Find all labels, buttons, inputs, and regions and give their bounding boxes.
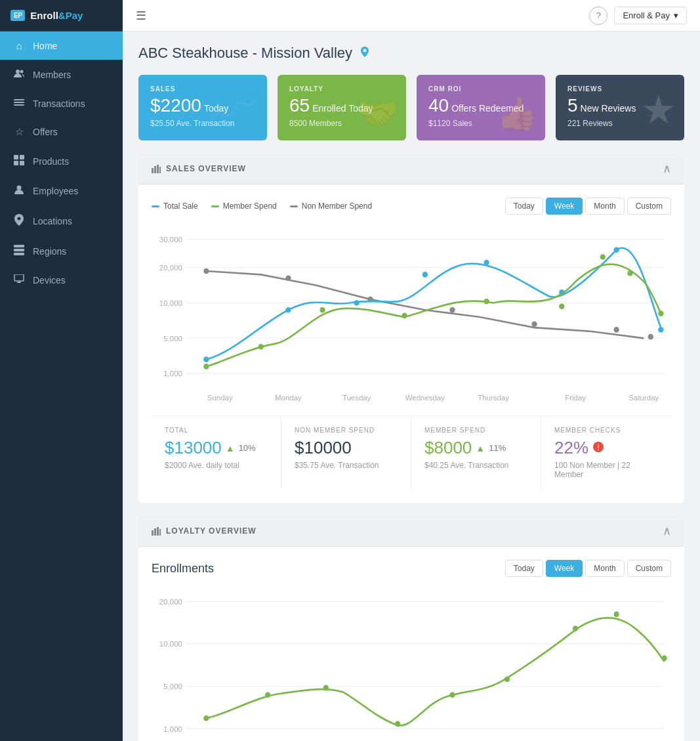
svg-text:Saturday: Saturday (628, 393, 659, 402)
svg-point-55 (484, 299, 489, 305)
legend-member-spend-label: Member Spend (223, 201, 277, 211)
summary-member-checks-label: MEMBER CHECKS (554, 427, 658, 434)
svg-text:Tuesday: Tuesday (342, 393, 371, 402)
summary-member-checks-sub: 100 Non Member | 22 Member (554, 461, 658, 479)
sidebar-item-devices[interactable]: Devices (0, 266, 123, 294)
summary-total-value: $13000 ▲ 10% (165, 438, 268, 458)
members-icon (13, 68, 25, 81)
loyalty-overview-section: LOYALTY OVERVIEW ∧ Enrollments Today Wee… (138, 516, 684, 741)
svg-point-49 (613, 247, 619, 253)
enrollments-title: Enrollments (152, 562, 214, 576)
sales-period-week[interactable]: Week (546, 198, 583, 215)
loyalty-overview-title: LOYALTY OVERVIEW (166, 526, 257, 536)
summary-total: TOTAL $13000 ▲ 10% $2000 Ave. daily tota… (152, 416, 281, 490)
svg-point-85 (449, 692, 455, 698)
sales-chart-legend: Total Sale Member Spend Non Member Spend (152, 201, 372, 211)
sidebar-item-members[interactable]: Members (0, 60, 123, 89)
svg-point-40 (531, 321, 537, 327)
svg-rect-17 (157, 165, 159, 173)
loyalty-period-today[interactable]: Today (505, 560, 543, 577)
loyalty-period-custom[interactable]: Custom (627, 560, 671, 577)
sales-chart-area: 30,000 20,000 10,000 5,000 1,000 Sunday … (152, 225, 671, 409)
loyalty-period-week[interactable]: Week (546, 560, 583, 577)
loyalty-label: LOYALTY (289, 85, 394, 93)
svg-rect-6 (20, 155, 24, 159)
summary-member-spend-label: MEMBER SPEND (424, 427, 527, 434)
sales-overview-header: SALES OVERVIEW ∧ (138, 154, 684, 184)
locations-icon (13, 214, 25, 228)
svg-text:Sunday: Sunday (207, 393, 233, 402)
loyalty-period-month[interactable]: Month (585, 560, 624, 577)
sales-icon (207, 93, 259, 133)
svg-text:30,000: 30,000 (159, 235, 183, 243)
sales-period-month[interactable]: Month (585, 198, 624, 215)
products-icon (13, 155, 25, 167)
sales-overview-collapse-button[interactable]: ∧ (663, 161, 671, 176)
svg-text:Wednesday: Wednesday (405, 393, 445, 402)
legend-total-sale-label: Total Sale (163, 201, 198, 211)
sidebar-item-members-label: Members (33, 70, 71, 80)
brand-dropdown-button[interactable]: Enroll & Pay ▾ (614, 7, 687, 24)
sales-overview-body: Total Sale Member Spend Non Member Spend… (138, 184, 684, 503)
svg-point-39 (449, 307, 455, 313)
svg-text:Thursday: Thursday (478, 393, 509, 402)
summary-member-spend-sub: $40.25 Ave. Transaction (424, 461, 527, 470)
sidebar: EP Enroll&Pay ⌂ Home Members Transaction… (0, 0, 123, 741)
sidebar-item-employees[interactable]: Employees (0, 176, 123, 205)
svg-rect-15 (152, 168, 154, 173)
sidebar-item-regions-label: Regions (33, 246, 66, 257)
svg-point-1 (20, 70, 24, 74)
summary-non-member: NON MEMBER SPEND $10000 $35.75 Ave. Tran… (281, 416, 411, 490)
loyalty-overview-body: Enrollments Today Week Month Custom (138, 547, 684, 741)
legend-total-sale: Total Sale (152, 201, 198, 211)
sidebar-item-employees-label: Employees (33, 186, 78, 196)
reviews-icon: ★ (641, 87, 676, 133)
summary-member-pct: 11% (489, 443, 506, 453)
svg-text:Monday: Monday (275, 393, 302, 402)
svg-point-89 (661, 655, 667, 661)
summary-total-pct: 10% (239, 443, 256, 453)
summary-checks-trend-down: ! (592, 441, 604, 455)
svg-rect-65 (159, 529, 161, 536)
svg-rect-14 (17, 282, 21, 283)
legend-member-spend: Member Spend (211, 201, 277, 211)
svg-rect-16 (154, 166, 156, 173)
sidebar-item-regions[interactable]: Regions (0, 236, 123, 266)
sidebar-nav: ⌂ Home Members Transactions ☆ Offers Pro… (0, 32, 123, 294)
loyalty-overview-collapse-button[interactable]: ∧ (663, 524, 671, 538)
main-content: ☰ ? Enroll & Pay ▾ ABC Steakhouse - Miss… (123, 0, 700, 741)
hamburger-icon[interactable]: ☰ (136, 9, 146, 23)
sales-period-custom[interactable]: Custom (627, 198, 671, 215)
summary-total-sub: $2000 Ave. daily total (165, 461, 268, 470)
sidebar-item-offers-label: Offers (33, 127, 58, 137)
legend-non-member-spend: Non Member Spend (290, 201, 372, 211)
sidebar-item-locations[interactable]: Locations (0, 205, 123, 236)
svg-point-44 (285, 307, 291, 313)
svg-point-83 (323, 685, 329, 691)
logo-icon: EP (10, 10, 25, 21)
svg-point-47 (484, 260, 489, 266)
svg-point-81 (203, 715, 209, 721)
loyalty-overview-header: LOYALTY OVERVIEW ∧ (138, 516, 684, 547)
summary-total-label: TOTAL (165, 427, 268, 434)
svg-rect-11 (14, 249, 24, 251)
crm-icon: 👍 (497, 95, 537, 133)
summary-non-member-value: $10000 (295, 438, 398, 458)
offers-icon: ☆ (13, 126, 25, 138)
svg-rect-18 (159, 167, 161, 173)
crm-label: CRM ROI (428, 85, 533, 93)
sidebar-item-offers[interactable]: ☆ Offers (0, 117, 123, 146)
sales-period-today[interactable]: Today (505, 198, 543, 215)
stat-card-loyalty: LOYALTY 65Enrolled Today 8500 Members 🤝 (278, 75, 406, 140)
brand-dropdown-label: Enroll & Pay (623, 11, 670, 20)
svg-point-53 (319, 307, 325, 313)
help-button[interactable]: ? (589, 7, 607, 25)
sidebar-item-products[interactable]: Products (0, 146, 123, 176)
sidebar-item-home[interactable]: ⌂ Home (0, 32, 123, 60)
sidebar-item-transactions[interactable]: Transactions (0, 89, 123, 117)
summary-non-member-label: NON MEMBER SPEND (295, 427, 398, 434)
svg-rect-62 (152, 530, 154, 536)
sidebar-item-products-label: Products (33, 156, 69, 167)
topbar: ☰ ? Enroll & Pay ▾ (123, 0, 700, 32)
svg-rect-10 (14, 245, 24, 247)
